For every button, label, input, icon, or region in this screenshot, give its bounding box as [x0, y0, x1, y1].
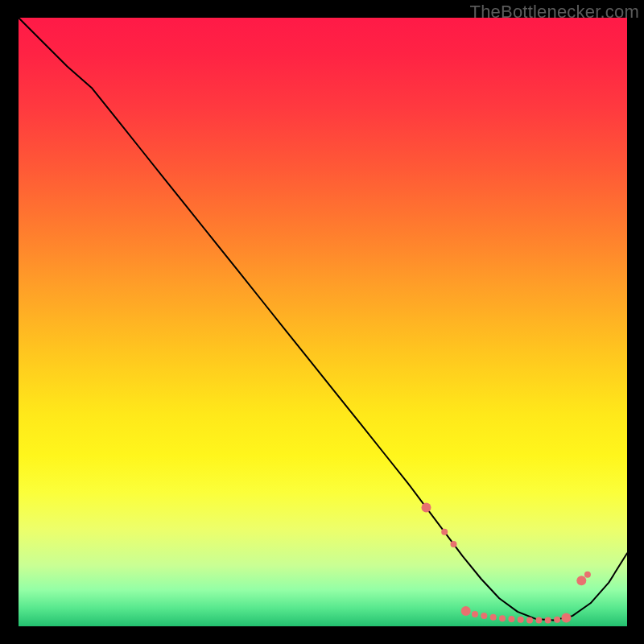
curve-marker: [518, 617, 524, 623]
curve-marker: [451, 541, 457, 547]
svg-rect-0: [19, 18, 627, 626]
curve-marker: [576, 576, 586, 585]
chart-frame: TheBottlenecker.com: [0, 0, 644, 644]
curve-marker: [422, 503, 431, 513]
curve-marker: [561, 613, 571, 622]
curve-marker: [441, 529, 448, 535]
curve-marker: [526, 617, 533, 623]
curve-marker: [584, 572, 591, 578]
curve-marker: [554, 617, 560, 623]
curve-marker: [461, 606, 471, 616]
curve-marker: [545, 617, 551, 623]
curve-marker: [535, 617, 542, 623]
curve-marker: [508, 616, 514, 622]
curve-marker: [481, 613, 487, 619]
curve-marker: [472, 611, 478, 617]
curve-marker: [499, 615, 506, 621]
bottleneck-curve-chart: [0, 0, 644, 644]
curve-marker: [490, 614, 497, 621]
